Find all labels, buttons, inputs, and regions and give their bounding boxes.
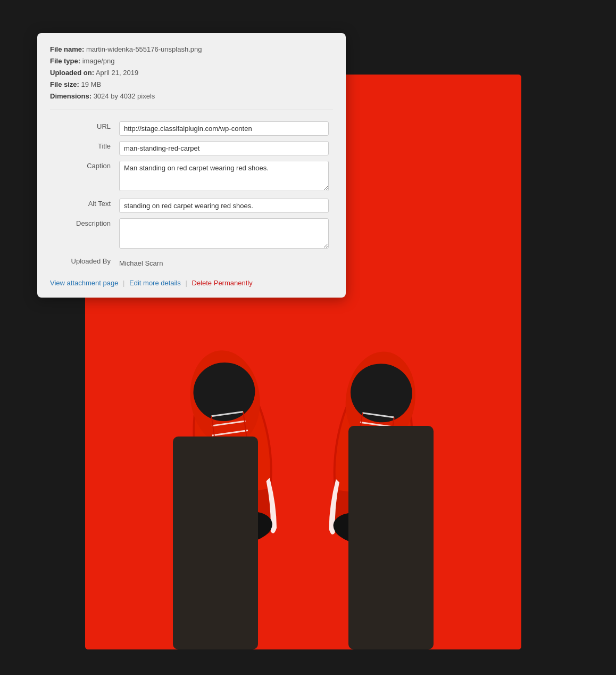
caption-row: Caption Man standing on red carpet weari… xyxy=(50,158,333,196)
description-textarea[interactable] xyxy=(119,218,329,249)
attachment-panel: File name: martin-widenka-555176-unsplas… xyxy=(37,33,346,298)
actions-row: View attachment page | Edit more details… xyxy=(50,279,333,287)
uploaded-on-label: Uploaded on: xyxy=(50,69,94,77)
separator-1: | xyxy=(123,279,124,287)
file-size-row: File size: 19 MB xyxy=(50,79,333,90)
form-table: URL Title Caption Man standing on red ca… xyxy=(50,119,333,270)
file-name-row: File name: martin-widenka-555176-unsplas… xyxy=(50,44,333,55)
description-label: Description xyxy=(50,216,119,253)
alt-text-input[interactable] xyxy=(119,199,329,213)
url-row: URL xyxy=(50,119,333,138)
caption-label: Caption xyxy=(50,158,119,196)
uploaded-by-label: Uploaded By xyxy=(50,253,119,270)
meta-section: File name: martin-widenka-555176-unsplas… xyxy=(50,44,333,102)
file-size-label: File size: xyxy=(50,80,79,88)
url-label: URL xyxy=(50,119,119,138)
file-type-row: File type: image/png xyxy=(50,55,333,67)
title-input[interactable] xyxy=(119,141,329,155)
uploaded-by-row: Uploaded By Michael Scarn xyxy=(50,253,333,270)
file-name-label: File name: xyxy=(50,45,84,53)
dimensions-label: Dimensions: xyxy=(50,92,91,100)
url-input[interactable] xyxy=(119,121,329,136)
svg-rect-28 xyxy=(348,426,434,649)
title-label: Title xyxy=(50,138,119,158)
file-name-value: martin-widenka-555176-unsplash.png xyxy=(86,45,202,53)
separator-2: | xyxy=(186,279,187,287)
divider xyxy=(50,110,333,110)
uploaded-by-value: Michael Scarn xyxy=(119,256,163,267)
delete-permanently-link[interactable]: Delete Permanently xyxy=(192,279,253,287)
alt-text-label: Alt Text xyxy=(50,196,119,216)
view-attachment-link[interactable]: View attachment page xyxy=(50,279,118,287)
caption-textarea[interactable]: Man standing on red carpet wearing red s… xyxy=(119,161,329,191)
file-type-value: image/png xyxy=(82,57,115,65)
dimensions-value: 3024 by 4032 pixels xyxy=(94,92,155,100)
svg-rect-27 xyxy=(173,437,258,649)
uploaded-on-row: Uploaded on: April 21, 2019 xyxy=(50,67,333,79)
file-type-label: File type: xyxy=(50,57,80,65)
edit-more-details-link[interactable]: Edit more details xyxy=(129,279,181,287)
uploaded-on-value: April 21, 2019 xyxy=(96,69,138,77)
dimensions-row: Dimensions: 3024 by 4032 pixels xyxy=(50,90,333,102)
title-row: Title xyxy=(50,138,333,158)
description-row: Description xyxy=(50,216,333,253)
alt-text-row: Alt Text xyxy=(50,196,333,216)
file-size-value: 19 MB xyxy=(81,80,102,88)
